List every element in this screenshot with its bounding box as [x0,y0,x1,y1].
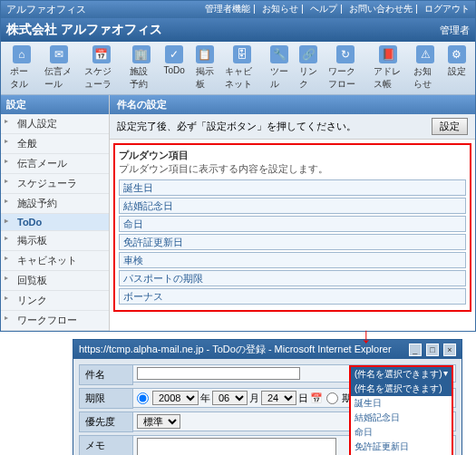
dd-item-header[interactable]: (件名を選択できます) [351,382,452,396]
sidebar-item-7[interactable]: キャビネット [1,251,109,271]
tool-ToDo[interactable]: ✓ToDo [158,44,189,92]
tool-label: リンク [299,65,317,91]
row-subject: 件名 (件名を選択できます)▾ (件名を選択できます)誕生日結婚記念日命日免許証… [79,364,456,385]
priority-select[interactable]: 標準 [137,414,180,429]
tool-伝言メール[interactable]: ✉伝言メール [39,44,79,92]
tool-ツール[interactable]: 🔧ツール [265,44,294,92]
sidebar-item-5[interactable]: ToDo [1,214,109,231]
link-contact[interactable]: お問い合わせ先 [349,4,413,14]
sidebar-item-2[interactable]: 伝言メール [1,154,109,174]
arrow-icon: ↓ [361,323,372,348]
deadline-label: 期限 [79,388,133,409]
pulldown-input-5[interactable] [119,270,466,286]
subject-field: (件名を選択できます)▾ (件名を選択できます)誕生日結婚記念日命日免許証更新日… [133,364,456,382]
dd-item-0[interactable]: 誕生日 [351,396,452,411]
pulldown-input-0[interactable] [119,179,466,196]
tool-label: スケジューラ [84,65,119,91]
pulldown-input-1[interactable] [119,198,466,214]
pulldown-section: プルダウン項目 プルダウン項目に表示する内容を設定します。 [113,143,471,312]
tool-キャビネット[interactable]: 🗄キャビネット [219,44,265,92]
tool-label: ワークフロー [328,65,363,91]
deadline-none-radio[interactable] [326,392,338,404]
dropdown-list[interactable]: (件名を選択できます)誕生日結婚記念日命日免許証更新日車検パスポートの期限ボーナ… [351,382,452,455]
tool-label: ポータル [10,65,34,91]
tool-label: ツール [270,65,288,91]
minimize-icon[interactable]: _ [409,344,422,356]
pulldown-input-6[interactable] [119,288,466,305]
tool-スケジューラ[interactable]: 📅スケジューラ [79,44,124,92]
window-buttons: _ □ × [407,344,456,356]
tool-icon: ✓ [165,45,183,63]
toolbar: ⌂ポータル✉伝言メール📅スケジューラ🏢施設予約✓ToDo📋掲示板🗄キャビネット🔧… [1,42,475,95]
tool-icon: 🔗 [299,45,317,63]
tool-label: お知らせ [413,65,437,91]
dropdown-header[interactable]: (件名を選択できます)▾ [351,367,452,382]
deadline-year-select[interactable]: 2008 [152,391,199,405]
link-logout[interactable]: ログアウト [424,4,470,14]
subject-dropdown[interactable]: (件名を選択できます)▾ (件名を選択できます)誕生日結婚記念日命日免許証更新日… [349,365,453,455]
tool-label: 掲示板 [196,65,214,91]
tool-label: 伝言メール [44,65,73,91]
tool-アドレス帳[interactable]: 📕アドレス帳 [368,44,408,92]
sidebar-item-8[interactable]: 回覧板 [1,271,109,291]
sidebar-item-3[interactable]: スケジューラ [1,174,109,194]
instruction-bar: 設定完了後、必ず「設定ボタン」を押してください。 設定 [110,114,475,140]
link-admin[interactable]: 管理者機能 [205,4,250,14]
product-name: アルファオフィス [6,3,86,16]
subject-label: 件名 [79,364,133,385]
admin-label: 管理者 [440,24,470,37]
dd-item-3[interactable]: 免許証更新日 [351,440,452,454]
tool-ポータル[interactable]: ⌂ポータル [5,44,39,92]
link-news[interactable]: お知らせ [262,4,298,14]
dropdown-header-text: (件名を選択できます) [355,368,442,381]
calendar-icon[interactable]: 📅 [310,392,323,404]
main-window: アルファオフィス 管理者機能 | お知らせ | ヘルプ | お問い合わせ先 | … [0,0,476,332]
sidebar-item-6[interactable]: 掲示板 [1,231,109,251]
tool-label: キャビネット [225,65,259,91]
tool-icon: 📕 [379,45,397,63]
tool-リンク[interactable]: 🔗リンク [294,44,323,92]
tool-設定[interactable]: ⚙設定 [442,44,471,92]
tool-ワークフロー[interactable]: ↻ワークフロー [323,44,368,92]
tool-label: 施設予約 [130,65,153,91]
tool-icon: 🗄 [233,45,251,63]
tool-掲示板[interactable]: 📋掲示板 [190,44,219,92]
deadline-day-select[interactable]: 24 [261,391,296,405]
pulldown-input-2[interactable] [119,216,466,232]
deadline-date-radio[interactable] [137,392,149,404]
close-icon[interactable]: × [443,344,456,356]
popup-title: https://tcmp.alpha-mail.ne.jp - ToDoの登録 … [79,343,392,356]
tool-icon: 🏢 [132,45,151,63]
pulldown-title: プルダウン項目 [119,149,466,162]
popup-wrapper: ↓ https://tcmp.alpha-mail.ne.jp - ToDoの登… [73,339,462,455]
tool-お知らせ[interactable]: ⚠お知らせ [408,44,442,92]
content-title: 件名の設定 [110,95,475,114]
dd-item-2[interactable]: 命日 [351,425,452,440]
sidebar-header: 設定 [1,95,109,114]
sidebar-item-4[interactable]: 施設予約 [1,194,109,214]
tool-icon: 📋 [196,45,214,63]
popup-body: 件名 (件名を選択できます)▾ (件名を選択できます)誕生日結婚記念日命日免許証… [73,359,461,455]
sidebar-item-10[interactable]: ワークフロー [1,311,109,331]
pulldown-input-4[interactable] [119,252,466,268]
sidebar-item-9[interactable]: リンク [1,291,109,311]
deadline-month-select[interactable]: 06 [212,391,248,405]
content: 件名の設定 設定完了後、必ず「設定ボタン」を押してください。 設定 プルダウン項… [110,95,475,331]
tool-施設予約[interactable]: 🏢施設予約 [124,44,159,92]
link-help[interactable]: ヘルプ [310,4,337,14]
memo-textarea[interactable] [137,438,336,455]
tool-icon: ⚙ [448,45,466,63]
set-button[interactable]: 設定 [432,118,468,135]
pulldown-input-3[interactable] [119,234,466,250]
sidebar-item-0[interactable]: 個人設定 [1,114,109,134]
tool-icon: 📅 [92,45,111,63]
dd-item-1[interactable]: 結婚記念日 [351,411,452,425]
pulldown-desc: プルダウン項目に表示する内容を設定します。 [119,162,466,176]
memo-label: メモ [79,435,133,455]
subject-input[interactable] [137,367,300,380]
instruction-text: 設定完了後、必ず「設定ボタン」を押してください。 [117,120,356,133]
header-bar: アルファオフィス 管理者機能 | お知らせ | ヘルプ | お問い合わせ先 | … [1,1,475,18]
maximize-icon[interactable]: □ [426,344,439,356]
sidebar-item-1[interactable]: 全般 [1,134,109,154]
tool-icon: ⚠ [416,45,434,63]
